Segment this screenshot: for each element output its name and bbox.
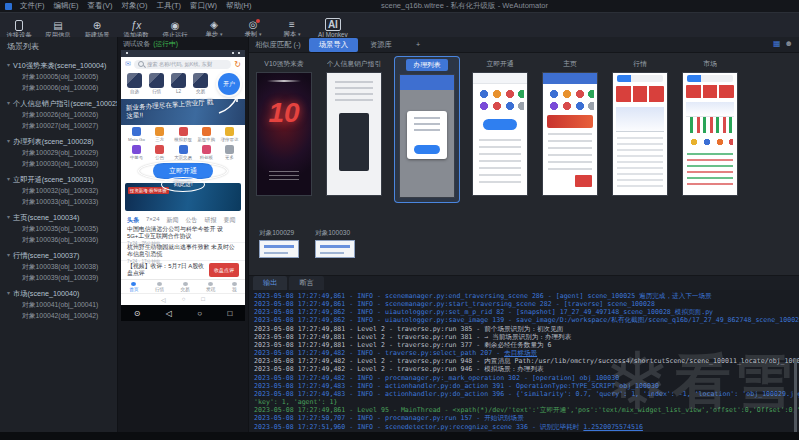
nav-key-icon[interactable]: □ xyxy=(201,296,205,302)
mirror-control-icon[interactable]: □ xyxy=(227,309,232,318)
tree-expand-icon[interactable]: ▾ xyxy=(7,60,10,71)
news-tab[interactable]: 新闻 xyxy=(167,216,179,224)
phone-tab-我[interactable]: 我 xyxy=(232,282,237,292)
object-row[interactable]: 对象100029(obj_100029) xyxy=(7,147,117,158)
tree-expand-icon[interactable]: ▾ xyxy=(7,98,10,109)
object-row[interactable]: 对象100035(obj_100035) xyxy=(7,223,117,234)
promo-banner[interactable]: 投资新海·极智体验 戳此进! xyxy=(125,183,241,211)
phone-tab-行情[interactable]: 行情 xyxy=(155,282,164,292)
news-tab[interactable]: 公告 xyxy=(186,216,198,224)
news-item[interactable]: 【视频】收评：5月7日 A股收盘点评收盘点评 xyxy=(121,261,245,279)
scene-row[interactable]: ▾个人信息销户指引(scene_100025) xyxy=(7,98,117,109)
object-row[interactable]: 对象100032(obj_100032) xyxy=(7,185,117,196)
scene-thumbnail[interactable]: 行情 xyxy=(611,59,669,196)
object-row[interactable]: 对象100033(obj_100033) xyxy=(7,196,117,207)
tree-expand-icon[interactable]: ▾ xyxy=(7,212,10,223)
mirror-control-icon[interactable]: ◁ xyxy=(166,309,172,318)
message-icon[interactable]: ✉ xyxy=(125,60,131,68)
object-crop-item[interactable]: 对象100030 xyxy=(315,229,355,275)
object-row[interactable]: 对象100039(obj_100039) xyxy=(7,272,117,283)
scene-thumbnail[interactable]: V10强势来袭10 xyxy=(255,59,313,196)
app-icon[interactable]: L2 xyxy=(171,73,186,94)
tree-expand-icon[interactable]: ▾ xyxy=(7,288,10,299)
object-crop-item[interactable]: 对象100029 xyxy=(259,229,299,275)
news-tab[interactable]: 研报 xyxy=(205,216,217,224)
menu-item[interactable]: 窗口(W) xyxy=(190,1,217,11)
phone-tab-交易[interactable]: 交易 xyxy=(180,282,189,292)
grid-app-icon[interactable]: 三方 xyxy=(149,127,170,143)
log-scrollbar[interactable] xyxy=(794,358,797,440)
log-link[interactable]: 去目标场景 xyxy=(504,349,537,357)
device-screen[interactable]: ✉ 搜索 名称/代码, 如K线, 东财 ↻ 自选行情L2交易开户 新业务办理尽在… xyxy=(121,50,245,305)
news-item[interactable]: 中国电信清远分公司与科华今签开 设5G+工业互联网合作协议7×24 · 76分钟… xyxy=(121,225,245,243)
log-link[interactable]: 1.2520075574516 xyxy=(583,423,643,431)
toolbar-button-add-function[interactable]: ƒx添加函数 xyxy=(123,20,149,38)
scene-row[interactable]: ▾市场(scene_100040) xyxy=(7,288,117,299)
tab-场景导入[interactable]: 场景导入 xyxy=(309,38,358,52)
mirror-control-icon[interactable]: ○ xyxy=(197,309,202,318)
object-row[interactable]: 对象100042(obj_100042) xyxy=(7,310,117,321)
toolbar-button-connect-device[interactable]: 连接设备 xyxy=(6,20,32,38)
toolbar-button-step[interactable]: ◈单步 ▾ xyxy=(201,19,227,38)
menu-item[interactable]: 工具(T) xyxy=(156,1,181,11)
object-row[interactable]: 对象100030(obj_100030) xyxy=(7,158,117,169)
search-input[interactable]: 搜索 名称/代码, 如K线, 东财 xyxy=(134,60,231,69)
grid-app-icon[interactable]: 模拟炒股 xyxy=(173,127,194,143)
menu-item[interactable]: 帮助(H) xyxy=(226,1,251,11)
menu-item[interactable]: 文件(F) xyxy=(20,1,45,11)
toolbar-button-stop-run[interactable]: ◉停止运行 xyxy=(162,20,188,38)
scene-thumbnail-image[interactable] xyxy=(399,74,455,198)
scene-thumbnail-image[interactable] xyxy=(542,72,598,196)
scene-thumbnail[interactable]: 主页 xyxy=(541,59,599,196)
object-row[interactable]: 对象100026(obj_100026) xyxy=(7,109,117,120)
scene-thumbnail-image[interactable] xyxy=(326,72,382,196)
toolbar-button-new-scene[interactable]: ⊕新建场景 xyxy=(84,20,110,38)
menu-item[interactable]: 查看(V) xyxy=(88,1,113,11)
log-tab-输出[interactable]: 输出 xyxy=(253,276,287,290)
phone-tab-发现[interactable]: 发现 xyxy=(206,282,215,292)
news-item[interactable]: 杭州野生动物园就出逃事件致歉 未及时公布信息引恐慌7×24 · 17分钟前 xyxy=(121,243,245,261)
scene-row[interactable]: ▾行情(scene_100037) xyxy=(7,250,117,261)
tree-expand-icon[interactable]: ▾ xyxy=(7,250,10,261)
object-row[interactable]: 对象100036(obj_100036) xyxy=(7,234,117,245)
app-icon[interactable]: 交易 xyxy=(193,73,208,94)
phone-tab-首页[interactable]: 首页 xyxy=(129,282,138,292)
scene-row[interactable]: ▾V10强势来袭(scene_100004) xyxy=(7,60,117,71)
add-tab-button[interactable]: + xyxy=(408,38,428,51)
scene-thumbnail-image[interactable] xyxy=(612,72,668,196)
nav-key-icon[interactable]: ◁ xyxy=(161,296,166,303)
grid-app-icon[interactable]: Meta Go xyxy=(126,127,147,143)
android-nav-bar[interactable]: ◁○□ xyxy=(121,293,245,304)
object-row[interactable]: 对象100027(obj_100027) xyxy=(7,120,117,131)
log-tab-断言[interactable]: 断言 xyxy=(289,276,323,290)
news-tab[interactable]: 7×24 xyxy=(146,216,160,224)
scene-thumbnail[interactable]: 办理列表 xyxy=(395,57,459,202)
scene-row[interactable]: ▾办理列表(scene_100028) xyxy=(7,136,117,147)
scene-thumbnail-image[interactable] xyxy=(682,72,738,196)
app-icon[interactable]: 行情 xyxy=(149,73,164,94)
news-tab[interactable]: 要闻 xyxy=(224,216,236,224)
menu-item[interactable]: 对象(O) xyxy=(122,1,148,11)
object-row[interactable]: 对象100005(obj_100005) xyxy=(7,71,117,82)
grid-app-icon[interactable]: 大宗交易 xyxy=(173,145,194,161)
toolbar-button-ai-monkey[interactable]: AIAI Monkey xyxy=(318,17,348,38)
grid-view-icon[interactable]: ▦ xyxy=(773,39,781,48)
open-account-button[interactable]: 开户 xyxy=(218,73,240,95)
log-output[interactable]: 2023-05-08 17:27:49,861 - INFO - scenema… xyxy=(249,290,799,440)
grid-app-icon[interactable]: 涨停雷达 xyxy=(219,127,240,143)
grid-app-icon[interactable]: 公告 xyxy=(149,145,170,161)
scene-thumbnail[interactable]: 市场 xyxy=(681,59,739,196)
object-row[interactable]: 对象100041(obj_100041) xyxy=(7,299,117,310)
scene-row[interactable]: ▾立即开通(scene_100031) xyxy=(7,174,117,185)
grid-app-icon[interactable]: 科创板 xyxy=(196,145,217,161)
scene-thumbnail-image[interactable] xyxy=(472,72,528,196)
mirror-control-bar[interactable]: ⊙◁○□ xyxy=(121,305,245,321)
news-tab[interactable]: 头条 xyxy=(127,216,139,224)
tab-资源库[interactable]: 资源库 xyxy=(362,38,400,52)
user-icon[interactable]: ☻ xyxy=(785,39,793,48)
tree-expand-icon[interactable]: ▾ xyxy=(7,174,10,185)
mirror-control-icon[interactable]: ⊙ xyxy=(134,309,141,318)
tree-expand-icon[interactable]: ▾ xyxy=(7,136,10,147)
menu-item[interactable]: 编辑(E) xyxy=(54,1,79,11)
nav-key-icon[interactable]: ○ xyxy=(182,296,186,302)
